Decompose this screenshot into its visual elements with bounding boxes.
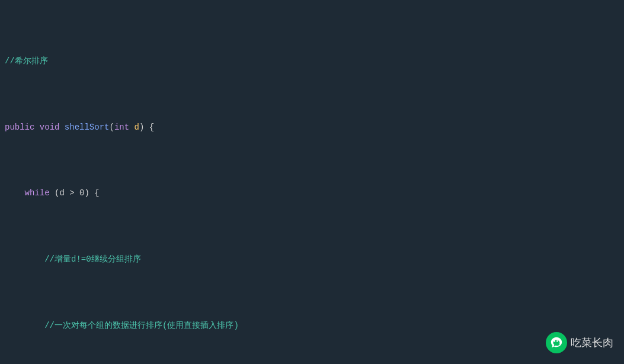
- code-line-1: //希尔排序: [0, 54, 624, 67]
- code-line-3: while (d > 0) {: [0, 186, 624, 199]
- watermark-text: 吃菜长肉: [571, 336, 613, 350]
- watermark: 吃菜长肉: [546, 332, 613, 353]
- wechat-icon: [546, 332, 567, 353]
- code-line-5: //一次对每个组的数据进行排序(使用直接插入排序): [0, 319, 624, 332]
- code-content: //希尔排序 public void shellSort(int d) { wh…: [0, 0, 624, 364]
- code-line-2: public void shellSort(int d) {: [0, 121, 624, 134]
- code-editor: //希尔排序 public void shellSort(int d) { wh…: [0, 0, 624, 364]
- code-line-4: //增量d!=0继续分组排序: [0, 253, 624, 266]
